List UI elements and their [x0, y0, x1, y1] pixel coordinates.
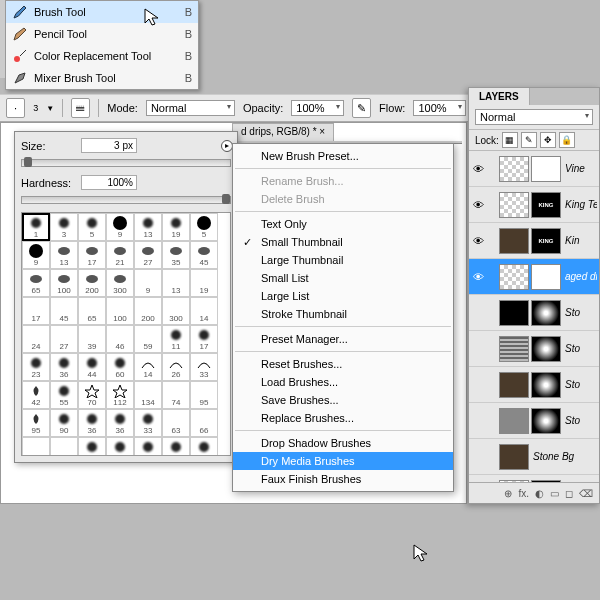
layer-row[interactable]: Sto [469, 367, 599, 403]
layer-row[interactable]: Sto [469, 331, 599, 367]
brush-thumb[interactable]: 95 [190, 381, 218, 409]
layer-row[interactable]: Sto [469, 403, 599, 439]
layer-row[interactable]: 👁aged drips [469, 259, 599, 295]
layer-name[interactable]: Vine [563, 163, 597, 174]
brush-thumb[interactable]: 200 [78, 269, 106, 297]
layer-row[interactable]: 👁KINGking text [469, 475, 599, 482]
brush-thumb[interactable]: 95 [22, 409, 50, 437]
layer-name[interactable]: aged drips [563, 271, 597, 282]
menu-item[interactable]: Stroke Thumbnail [233, 305, 453, 323]
brush-thumb[interactable]: 100 [50, 269, 78, 297]
layers-footer-icon[interactable]: ⊕ [504, 488, 512, 499]
layer-name[interactable]: King Text Sha [563, 199, 597, 210]
layers-footer-icon[interactable]: ◐ [535, 488, 544, 499]
menu-item[interactable]: Reset Brushes... [233, 355, 453, 373]
layer-name[interactable]: Stone Bg [531, 451, 597, 462]
brush-thumb[interactable]: 45 [190, 241, 218, 269]
menu-item[interactable]: Load Brushes... [233, 373, 453, 391]
brush-hardness-input[interactable]: 100% [81, 175, 137, 190]
lock-position-icon[interactable]: ✥ [540, 132, 556, 148]
brush-preset-icon[interactable]: · [6, 98, 25, 118]
menu-item[interactable]: Large List [233, 287, 453, 305]
visibility-icon[interactable]: 👁 [471, 199, 485, 211]
brush-thumbnail-grid[interactable]: 1359131959131721273545651002003009131917… [21, 212, 231, 456]
brush-thumb[interactable]: 36 [78, 409, 106, 437]
brush-thumb[interactable]: 100 [190, 437, 218, 456]
brush-thumb[interactable]: 13 [162, 269, 190, 297]
brush-thumb[interactable]: 36 [50, 353, 78, 381]
brush-thumb[interactable]: 66 [190, 409, 218, 437]
menu-item[interactable]: New Brush Preset... [233, 147, 453, 165]
flow-input[interactable]: 100% [413, 100, 466, 116]
tool-item-mixer[interactable]: Mixer Brush ToolB [6, 67, 198, 89]
brush-thumb[interactable]: 63 [162, 409, 190, 437]
layer-row[interactable]: Sto [469, 295, 599, 331]
tool-item-color-replace[interactable]: Color Replacement ToolB [6, 45, 198, 67]
brush-thumb[interactable]: 17 [78, 241, 106, 269]
brush-thumb[interactable]: 63 [50, 437, 78, 456]
lock-pixels-icon[interactable]: ✎ [521, 132, 537, 148]
layer-name[interactable]: Kin [563, 235, 597, 246]
layer-blend-mode-dropdown[interactable]: Normal [475, 109, 593, 125]
visibility-icon[interactable]: 👁 [471, 271, 485, 283]
brush-thumb[interactable]: 36 [106, 409, 134, 437]
layer-name[interactable]: Sto [563, 343, 597, 354]
tool-item-pencil[interactable]: Pencil ToolB [6, 23, 198, 45]
brush-thumb[interactable]: 13 [134, 213, 162, 241]
brush-thumb[interactable]: 14 [134, 353, 162, 381]
layers-footer-icon[interactable]: ⌫ [579, 488, 593, 499]
menu-item[interactable]: Small List [233, 269, 453, 287]
brush-thumb[interactable]: 17 [190, 325, 218, 353]
opacity-input[interactable]: 100% [291, 100, 344, 116]
brush-thumb[interactable]: 300 [162, 297, 190, 325]
menu-item[interactable]: Drop Shadow Brushes [233, 434, 453, 452]
brush-thumb[interactable]: 300 [106, 269, 134, 297]
brush-thumb[interactable]: 55 [50, 381, 78, 409]
brush-thumb[interactable]: 5 [78, 213, 106, 241]
brush-thumb[interactable]: 200 [134, 297, 162, 325]
menu-item[interactable]: Dry Media Brushes [233, 452, 453, 470]
brush-thumb[interactable]: 27 [134, 241, 162, 269]
layer-row[interactable]: 👁Vine [469, 151, 599, 187]
brush-thumb[interactable]: 112 [106, 381, 134, 409]
brush-thumb[interactable]: 65 [78, 297, 106, 325]
layer-name[interactable]: Sto [563, 307, 597, 318]
brush-thumb[interactable]: 65 [22, 269, 50, 297]
brush-thumb[interactable]: 11 [162, 325, 190, 353]
brush-thumb[interactable]: 74 [162, 381, 190, 409]
brush-thumb[interactable]: 35 [162, 241, 190, 269]
lock-all-icon[interactable]: 🔒 [559, 132, 575, 148]
brush-thumb[interactable]: 55 [162, 437, 190, 456]
brush-thumb[interactable]: 46 [106, 325, 134, 353]
layers-footer-icon[interactable]: fx. [518, 488, 529, 499]
brush-thumb[interactable]: 48 [106, 437, 134, 456]
menu-item[interactable]: Text Only [233, 215, 453, 233]
brush-hardness-slider[interactable] [21, 196, 231, 204]
brush-size-slider[interactable] [21, 159, 231, 167]
brush-thumb[interactable]: 26 [162, 353, 190, 381]
brush-thumb[interactable]: 32 [134, 437, 162, 456]
menu-item[interactable]: Preset Manager... [233, 330, 453, 348]
brush-panel-toggle-icon[interactable]: ⩸ [71, 98, 90, 118]
brush-thumb[interactable]: 21 [106, 241, 134, 269]
layer-row[interactable]: 👁KINGKing Text Sha [469, 187, 599, 223]
brush-thumb[interactable]: 42 [22, 381, 50, 409]
visibility-icon[interactable]: 👁 [471, 235, 485, 247]
brush-thumb[interactable]: 59 [134, 325, 162, 353]
brush-thumb[interactable]: 9 [134, 269, 162, 297]
brush-thumb[interactable]: 24 [22, 325, 50, 353]
menu-item[interactable]: ✓Small Thumbnail [233, 233, 453, 251]
brush-thumb[interactable]: 90 [50, 409, 78, 437]
brush-thumb[interactable]: 45 [50, 297, 78, 325]
brush-thumb[interactable]: 33 [134, 409, 162, 437]
brush-thumb[interactable]: 39 [78, 325, 106, 353]
layers-footer-icon[interactable]: ▭ [550, 488, 559, 499]
visibility-icon[interactable]: 👁 [471, 163, 485, 175]
blend-mode-dropdown[interactable]: Normal [146, 100, 235, 116]
layer-row[interactable]: Stone Bg [469, 439, 599, 475]
brush-thumb[interactable]: 11 [78, 437, 106, 456]
tablet-pressure-opacity-icon[interactable]: ✎ [352, 98, 371, 118]
layer-row[interactable]: 👁KINGKin [469, 223, 599, 259]
brush-thumb[interactable]: 3 [50, 213, 78, 241]
brush-thumb[interactable]: 33 [190, 353, 218, 381]
